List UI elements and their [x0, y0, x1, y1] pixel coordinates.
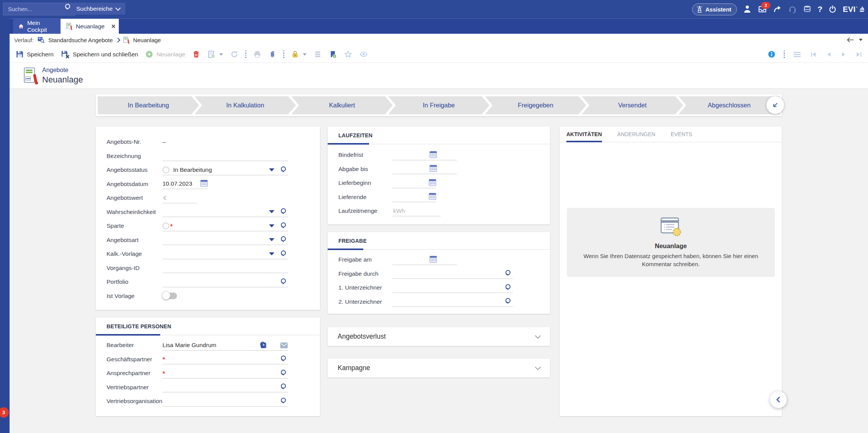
redo-button[interactable] — [773, 5, 782, 14]
tab-events[interactable]: EVENTS — [671, 127, 692, 142]
portfolio-field[interactable] — [162, 277, 288, 287]
process-step-abgeschlossen[interactable]: Abgeschlossen — [678, 96, 780, 114]
lookup-icon[interactable] — [270, 342, 277, 349]
permissions-button[interactable] — [290, 49, 308, 59]
calendar-icon[interactable] — [429, 179, 436, 186]
bearbeiter-field[interactable]: Lisa Marie Gundrum — [162, 340, 288, 351]
vorgangs-id-input[interactable] — [162, 264, 288, 272]
calendar-icon[interactable] — [430, 151, 437, 158]
lookup-icon[interactable] — [281, 236, 287, 243]
archive-button[interactable] — [312, 49, 323, 59]
lookup-icon[interactable] — [281, 398, 287, 404]
lookup-icon[interactable] — [281, 166, 287, 173]
save-button[interactable]: Speichern — [14, 49, 55, 59]
angebotsstatus-field[interactable]: In Bearbeitung — [162, 165, 288, 175]
angebotsart-field[interactable] — [162, 235, 288, 245]
favorite-button[interactable] — [343, 49, 354, 59]
last-record-button[interactable] — [854, 50, 864, 59]
search-icon[interactable] — [65, 4, 71, 10]
lookup-icon[interactable] — [281, 222, 287, 229]
lookup-icon[interactable] — [281, 370, 287, 376]
next-record-button[interactable] — [839, 50, 848, 59]
dropdown-icon[interactable] — [269, 238, 274, 241]
process-step-versendet[interactable]: Versendet — [582, 96, 683, 114]
dropdown-icon[interactable] — [269, 168, 274, 171]
first-record-button[interactable] — [808, 50, 819, 59]
info-button[interactable] — [766, 49, 777, 59]
previous-record-button[interactable] — [824, 50, 834, 59]
lookup-icon[interactable] — [281, 384, 287, 390]
breadcrumb-item-neuanlage[interactable]: Neuanlage — [133, 37, 161, 43]
vertriebspartner-field[interactable] — [162, 382, 288, 392]
accordion-angebotsverlust[interactable]: Angebotsverlust — [328, 327, 550, 346]
wahrscheinlichkeit-field[interactable] — [162, 207, 288, 217]
lookup-icon[interactable] — [281, 250, 287, 257]
tab-mein-cockpit[interactable]: Mein Cockpit — [13, 19, 61, 34]
freigabe-am-field[interactable] — [392, 255, 457, 265]
bezeichnung-input[interactable] — [162, 152, 288, 160]
unterzeichner2-field[interactable] — [392, 296, 513, 307]
tab-aenderungen[interactable]: ÄNDERUNGEN — [617, 127, 656, 142]
assistant-button[interactable]: Assistent — [692, 3, 737, 15]
global-search[interactable] — [3, 3, 75, 15]
copy-record-button[interactable] — [206, 49, 225, 59]
vorgangs-id-field[interactable] — [162, 263, 288, 273]
user-account-button[interactable] — [743, 5, 752, 14]
angebotswert-field[interactable] — [162, 193, 197, 203]
kalk-vorlage-field[interactable] — [162, 249, 288, 259]
laufzeitmenge-input[interactable] — [392, 207, 441, 215]
history-dropdown-icon[interactable] — [859, 39, 863, 41]
abgabe-bis-field[interactable] — [392, 164, 457, 174]
list-view-button[interactable] — [791, 50, 803, 59]
tab-neuanlage[interactable]: Neuanlage — [61, 19, 119, 34]
laufzeitmenge-field[interactable] — [392, 206, 441, 216]
new-record-button[interactable]: Neuanlage — [144, 49, 187, 59]
support-button[interactable] — [788, 5, 797, 14]
lieferende-field[interactable] — [392, 192, 436, 202]
calendar-icon[interactable] — [430, 165, 437, 172]
accordion-kampagne[interactable]: Kampagne — [328, 359, 550, 377]
ist-vorlage-toggle[interactable] — [162, 293, 177, 299]
ribbon-expand-button[interactable] — [766, 96, 784, 114]
lookup-icon[interactable] — [505, 298, 512, 305]
process-step-kalkuliert[interactable]: Kalkuliert — [291, 96, 393, 114]
bookmark-add-button[interactable] — [327, 49, 338, 59]
search-input[interactable] — [7, 5, 66, 13]
freigabe-durch-field[interactable] — [392, 268, 513, 279]
bindefrist-field[interactable] — [392, 150, 457, 160]
save-and-close-button[interactable]: Speichern und schließen — [59, 49, 140, 59]
unterzeichner1-field[interactable] — [392, 283, 513, 293]
geschaeftspartner-field[interactable]: * — [162, 354, 288, 364]
lookup-icon[interactable] — [505, 284, 512, 291]
dropdown-icon[interactable] — [269, 252, 274, 255]
bezeichnung-field[interactable] — [162, 151, 288, 161]
back-arrow-icon[interactable] — [847, 37, 854, 43]
tab-aktivitaeten[interactable]: AKTIVITÄTEN — [566, 127, 602, 142]
email-icon[interactable] — [280, 342, 288, 349]
calendar-icon[interactable] — [200, 180, 208, 187]
lookup-icon[interactable] — [281, 208, 287, 215]
inbox-button[interactable]: 3 — [758, 5, 767, 14]
ansprechpartner-field[interactable]: * — [162, 368, 288, 379]
database-button[interactable] — [803, 5, 812, 14]
dropdown-icon[interactable] — [269, 210, 274, 213]
sparte-field[interactable]: * — [162, 221, 288, 231]
left-dock[interactable]: 3 — [0, 18, 10, 433]
breadcrumb-item-standardsuche[interactable]: Standardsuche Angebote — [48, 37, 113, 43]
process-step-in-freigabe[interactable]: In Freigabe — [388, 96, 490, 114]
process-step-in-bearbeitung[interactable]: In Bearbeitung — [98, 96, 199, 114]
logout-button[interactable] — [828, 5, 837, 14]
help-button[interactable]: ? — [817, 5, 822, 14]
print-button[interactable] — [252, 49, 263, 59]
delete-button[interactable] — [191, 49, 202, 59]
lookup-icon[interactable] — [505, 270, 512, 277]
calendar-icon[interactable] — [429, 193, 436, 200]
refresh-button[interactable] — [229, 49, 240, 59]
close-tab-icon[interactable] — [111, 24, 115, 28]
lookup-icon[interactable] — [281, 356, 287, 362]
dropdown-icon[interactable] — [269, 224, 274, 227]
calendar-icon[interactable] — [430, 256, 437, 263]
process-step-freigegeben[interactable]: Freigegeben — [485, 96, 586, 114]
lookup-icon[interactable] — [281, 278, 287, 285]
watch-button[interactable] — [358, 49, 369, 59]
